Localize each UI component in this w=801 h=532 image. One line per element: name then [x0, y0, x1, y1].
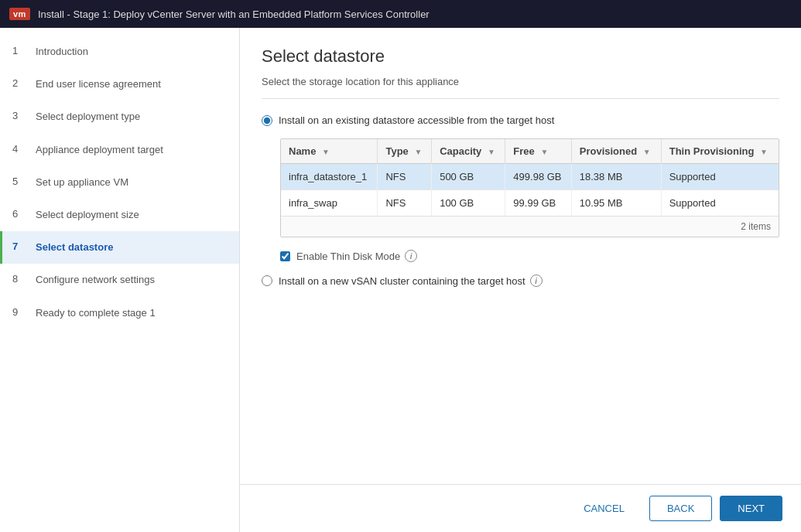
col-thin-provisioning[interactable]: Thin Provisioning ▼	[661, 139, 779, 164]
col-provisioned[interactable]: Provisioned ▼	[571, 139, 661, 164]
table-row[interactable]: infra_datastore_1 NFS 500 GB 499.98 GB 1…	[281, 164, 779, 190]
radio-vsan-input[interactable]	[262, 275, 272, 286]
cell-free-0: 499.98 GB	[505, 164, 571, 190]
radio-vsan-label: Install on a new vSAN cluster containing…	[279, 275, 525, 287]
next-button[interactable]: NEXT	[720, 496, 782, 521]
table-row[interactable]: infra_swap NFS 100 GB 99.99 GB 10.95 MB …	[281, 190, 779, 217]
footer: CANCEL BACK NEXT	[240, 484, 801, 532]
col-type[interactable]: Type ▼	[378, 139, 432, 164]
sidebar-label-3: Select deployment type	[36, 110, 140, 124]
sidebar-label-6: Select deployment size	[36, 208, 139, 222]
sidebar-label-5: Set up appliance VM	[36, 176, 128, 189]
cell-capacity-0: 500 GB	[432, 164, 505, 190]
cell-capacity-1: 100 GB	[432, 190, 505, 217]
sidebar-item-7[interactable]: 7Select datastore	[0, 231, 239, 264]
sidebar-label-2: End user license agreement	[36, 77, 161, 91]
sidebar-label-8: Configure network settings	[36, 273, 155, 287]
cancel-button[interactable]: CANCEL	[567, 496, 642, 520]
cell-free-1: 99.99 GB	[505, 190, 571, 217]
sort-icon-type: ▼	[414, 148, 422, 156]
sidebar-label-1: Introduction	[36, 45, 88, 59]
sidebar-num-6: 6	[12, 208, 29, 220]
cell-thin-1: Supported	[661, 190, 779, 217]
sidebar-item-1[interactable]: 1Introduction	[0, 36, 239, 68]
radio-existing-datastore[interactable]: Install on an existing datastore accessi…	[262, 114, 779, 126]
radio-vsan[interactable]: Install on a new vSAN cluster containing…	[262, 275, 779, 287]
thin-disk-checkbox[interactable]	[280, 251, 290, 261]
radio-existing-label: Install on an existing datastore accessi…	[279, 114, 554, 126]
cell-name-0: infra_datastore_1	[281, 164, 378, 190]
table-header: Name ▼ Type ▼ Capacity ▼ Free ▼ Provisio…	[281, 139, 779, 164]
sidebar-label-9: Ready to complete stage 1	[36, 306, 156, 320]
sidebar-num-4: 4	[12, 143, 29, 155]
titlebar: vm Install - Stage 1: Deploy vCenter Ser…	[0, 0, 801, 28]
sidebar-item-6[interactable]: 6Select deployment size	[0, 199, 239, 231]
cell-type-1: NFS	[378, 190, 432, 217]
cell-thin-0: Supported	[661, 164, 779, 190]
sidebar-item-2[interactable]: 2End user license agreement	[0, 68, 239, 101]
sort-icon-free: ▼	[540, 148, 548, 156]
sort-icon-provisioned: ▼	[643, 148, 651, 156]
col-name[interactable]: Name ▼	[281, 139, 378, 164]
sort-icon-capacity: ▼	[488, 148, 495, 156]
sort-icon-name: ▼	[322, 148, 330, 156]
vm-logo: vm	[9, 8, 30, 20]
page-title: Select datastore	[262, 46, 779, 66]
content-area: Select datastore Select the storage loca…	[240, 28, 801, 532]
sidebar-item-4[interactable]: 4Appliance deployment target	[0, 134, 239, 166]
sidebar: 1Introduction2End user license agreement…	[0, 28, 240, 532]
back-button[interactable]: BACK	[649, 496, 712, 521]
datastore-table-wrap: Name ▼ Type ▼ Capacity ▼ Free ▼ Provisio…	[280, 138, 779, 237]
sort-icon-thin: ▼	[760, 148, 768, 156]
sidebar-item-3[interactable]: 3Select deployment type	[0, 101, 239, 133]
sidebar-label-4: Appliance deployment target	[36, 143, 163, 157]
sidebar-num-7: 7	[12, 240, 29, 252]
cell-type-0: NFS	[378, 164, 432, 190]
sidebar-num-1: 1	[12, 45, 29, 56]
cell-provisioned-1: 10.95 MB	[571, 190, 661, 217]
cell-provisioned-0: 18.38 MB	[571, 164, 661, 190]
sidebar-item-5[interactable]: 5Set up appliance VM	[0, 166, 239, 199]
sidebar-num-3: 3	[12, 110, 29, 121]
sidebar-item-9[interactable]: 9Ready to complete stage 1	[0, 297, 239, 329]
vsan-info-icon[interactable]: i	[530, 275, 543, 287]
table-body: infra_datastore_1 NFS 500 GB 499.98 GB 1…	[281, 164, 779, 217]
main-container: 1Introduction2End user license agreement…	[0, 28, 801, 532]
table-footer: 2 items	[281, 216, 779, 237]
sidebar-num-2: 2	[12, 77, 29, 89]
sidebar-num-8: 8	[12, 273, 29, 285]
page-subtitle: Select the storage location for this app…	[262, 76, 779, 99]
col-free[interactable]: Free ▼	[505, 139, 571, 164]
titlebar-title: Install - Stage 1: Deploy vCenter Server…	[38, 9, 430, 20]
thin-disk-mode-row[interactable]: Enable Thin Disk Mode i	[280, 250, 761, 262]
thin-disk-label: Enable Thin Disk Mode	[296, 251, 400, 262]
sidebar-label-7: Select datastore	[36, 240, 113, 254]
sidebar-num-5: 5	[12, 176, 29, 187]
datastore-table: Name ▼ Type ▼ Capacity ▼ Free ▼ Provisio…	[281, 139, 779, 216]
thin-disk-info-icon[interactable]: i	[405, 250, 417, 262]
col-capacity[interactable]: Capacity ▼	[432, 139, 505, 164]
cell-name-1: infra_swap	[281, 190, 378, 217]
content-body: Select datastore Select the storage loca…	[240, 28, 801, 484]
sidebar-item-8[interactable]: 8Configure network settings	[0, 264, 239, 296]
radio-existing-input[interactable]	[262, 115, 272, 126]
sidebar-num-9: 9	[12, 306, 29, 318]
